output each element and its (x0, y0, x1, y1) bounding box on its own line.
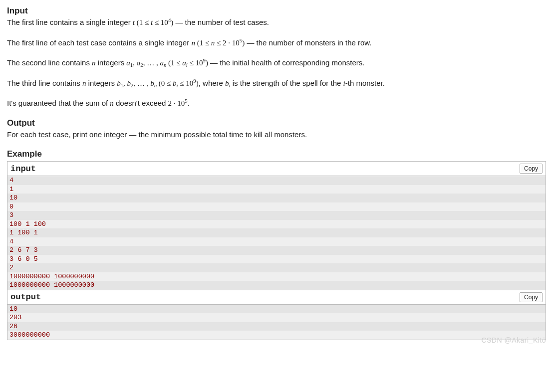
subn: n (154, 82, 157, 88)
dots: , … , (133, 79, 150, 87)
paren-open: ( (157, 79, 161, 87)
var-ai: a (182, 59, 186, 67)
io-line: 2 (7, 263, 546, 272)
output-header: output Copy (7, 290, 546, 305)
var-n: n (110, 99, 114, 107)
text: integers (86, 79, 117, 87)
paren-open: ( (166, 59, 171, 67)
text: — the number of test cases. (173, 18, 269, 26)
io-line: 100 1 100 (7, 220, 546, 229)
var-n: n (191, 39, 195, 47)
exp: 9 (203, 57, 206, 63)
io-line: 1 (7, 185, 546, 194)
sub-i: i (186, 62, 188, 68)
output-desc: For each test case, print one integer — … (7, 129, 546, 141)
io-line: 4 (7, 176, 546, 185)
sep: , (123, 79, 127, 87)
sub1: 1 (130, 62, 133, 68)
cond: ≤ 10 (188, 59, 203, 67)
io-line: 1000000000 1000000000 (7, 281, 546, 290)
input-body: 411003100 1 1001 100 142 6 7 33 6 0 5210… (7, 176, 546, 290)
sub-i: i (177, 82, 178, 88)
io-line: 10 (7, 194, 546, 202)
text: — the initial health of corresponding mo… (208, 58, 365, 67)
input-label: input (10, 164, 36, 174)
exp: 4 (168, 17, 171, 23)
var-a: a (126, 59, 130, 67)
sub1: 1 (121, 82, 123, 88)
subn: n (164, 62, 166, 68)
var-b: b (127, 79, 131, 87)
var-b: b (150, 79, 154, 87)
exp: 5 (185, 98, 187, 104)
output-label: output (10, 292, 41, 302)
input-header: input Copy (7, 162, 546, 176)
example-input-block: input Copy 411003100 1 1001 100 142 6 7 … (7, 161, 546, 290)
text: The third line contains (7, 79, 82, 87)
text: -th monster. (345, 79, 385, 87)
exp: 9 (193, 78, 196, 84)
sub2: 2 (140, 62, 143, 68)
text: integers (96, 58, 127, 67)
var-n: n (92, 59, 96, 67)
paren-open: ( (195, 39, 200, 47)
example-output-block: output Copy 10203263000000000 (7, 290, 546, 340)
io-line: 2 6 7 3 (7, 246, 546, 255)
input-desc-line5: It's guaranteed that the sum of n doesn'… (7, 98, 546, 109)
watermark: CSDN @Akari_Kitō (481, 336, 546, 344)
io-line: 4 (7, 237, 546, 246)
input-desc-line2: The first line of each test case contain… (7, 37, 546, 49)
io-line: 3000000000 (7, 331, 546, 340)
input-heading: Input (7, 6, 546, 16)
cond: 1 ≤ (139, 18, 151, 26)
io-line: 203 (7, 313, 546, 322)
dots: , … , (143, 59, 160, 67)
sub2: 2 (131, 82, 133, 88)
text: The first line contains a single integer (7, 18, 133, 26)
var-bi: b (173, 79, 177, 87)
input-desc-line1: The first line contains a single integer… (7, 17, 546, 28)
val: 2 · 10 (168, 99, 185, 107)
sep: , (133, 59, 137, 67)
cond: ≤ 2 · 10 (215, 39, 239, 47)
text: doesn't exceed (114, 99, 168, 107)
cond: 0 ≤ (161, 79, 173, 87)
text: The second line contains (7, 58, 92, 67)
io-line: 1000000000 1000000000 (7, 272, 546, 281)
output-heading: Output (7, 118, 546, 128)
io-line: 26 (7, 322, 546, 331)
io-line: 0 (7, 202, 546, 211)
sub-i: i (229, 82, 231, 88)
text: — the number of monsters in the row. (245, 38, 371, 47)
output-body: 10203263000000000 (7, 305, 546, 340)
cond: ≤ 10 (153, 18, 168, 26)
text: It's guaranteed that the sum of (7, 99, 110, 107)
var-b: b (117, 79, 121, 87)
cond: 1 ≤ (171, 59, 182, 67)
var-bi: b (225, 79, 229, 87)
paren-open: ( (135, 18, 139, 26)
io-line: 3 6 0 5 (7, 255, 546, 264)
copy-input-button[interactable]: Copy (520, 164, 543, 174)
copy-output-button[interactable]: Copy (520, 292, 543, 302)
text: , where (199, 79, 225, 87)
text: is the strength of the spell for the (231, 79, 343, 87)
exp: 5 (240, 37, 242, 43)
cond: ≤ 10 (178, 79, 194, 87)
var-a: a (160, 59, 164, 67)
io-line: 10 (7, 305, 546, 314)
cond: 1 ≤ (200, 39, 211, 47)
example-heading: Example (7, 149, 546, 159)
text: The first line of each test case contain… (7, 38, 191, 47)
io-line: 3 (7, 211, 546, 220)
input-desc-line4: The third line contains n integers b1, b… (7, 78, 546, 89)
text: . (188, 99, 190, 107)
input-desc-line3: The second line contains n integers a1, … (7, 57, 546, 69)
io-line: 1 100 1 (7, 228, 546, 237)
